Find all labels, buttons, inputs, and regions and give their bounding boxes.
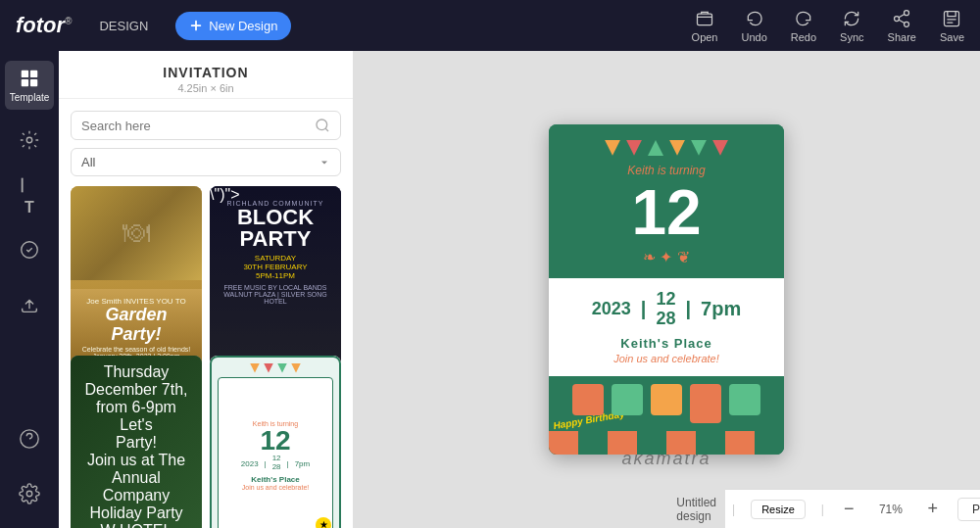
- sync-button[interactable]: Sync: [840, 9, 863, 43]
- stripe-bar: [549, 431, 784, 455]
- bunting-flag-6: [712, 140, 728, 156]
- text-icon: [19, 174, 40, 196]
- gift-4: [690, 384, 721, 423]
- zoom-level: 71%: [873, 503, 907, 516]
- sidebar-item-template[interactable]: Template: [5, 61, 54, 110]
- template-card-birthday-mini[interactable]: Keith is turning 12 2023| 1228 |7pm Keit…: [210, 356, 341, 529]
- resize-button[interactable]: Resize: [751, 500, 806, 519]
- sync-icon: [842, 9, 861, 28]
- icon-sidebar: Template T: [0, 51, 59, 528]
- birthday-ornament: ❧ ✦ ❦: [564, 248, 768, 266]
- bunting-flag-4: [669, 140, 685, 156]
- open-icon: [695, 9, 714, 28]
- svg-rect-5: [22, 71, 28, 77]
- birthday-date-row: 2023 | 12 28 | 7pm: [564, 290, 768, 329]
- share-button[interactable]: Share: [888, 9, 916, 43]
- redo-button[interactable]: Redo: [791, 9, 816, 43]
- sidebar-item-settings[interactable]: [5, 116, 54, 165]
- birthday-join: Join us and celebrate!: [564, 353, 768, 364]
- share-icon: [892, 9, 911, 28]
- gift-3: [651, 384, 682, 415]
- svg-point-14: [317, 120, 327, 130]
- bunting-flag-1: [605, 140, 620, 156]
- gift-2: [612, 384, 643, 415]
- gift-1: [572, 384, 604, 415]
- zoom-in-button[interactable]: +: [923, 499, 942, 519]
- svg-rect-7: [22, 79, 28, 86]
- svg-rect-6: [30, 71, 37, 77]
- template-card-garden[interactable]: 🍽 Joe Smith INVITES YOU TO Garden Party!…: [71, 186, 202, 373]
- svg-point-2: [895, 16, 900, 21]
- icon-sidebar-bottom: [5, 414, 54, 518]
- template-card-lets-party[interactable]: Thursday December 7th, from 6-9pm Let's …: [71, 356, 202, 529]
- template-panel: INVITATION 4.25in × 6in All 🍽: [59, 51, 353, 528]
- sidebar-item-text[interactable]: T: [5, 170, 54, 219]
- gear-icon: [19, 483, 40, 504]
- star-badge: ★: [316, 517, 331, 528]
- sidebar-item-effects[interactable]: [5, 225, 54, 274]
- bunting-flag-2: [626, 140, 642, 156]
- plus-icon: [189, 19, 203, 32]
- preview-button[interactable]: Preview: [957, 498, 980, 521]
- redo-icon: [794, 9, 813, 28]
- save-button[interactable]: Save: [940, 9, 964, 43]
- svg-rect-4: [945, 11, 959, 25]
- search-bar[interactable]: [71, 111, 341, 140]
- chevron-down-icon: [318, 157, 330, 168]
- design-name: Untitled design: [676, 496, 716, 523]
- design-menu-button[interactable]: DESIGN: [91, 13, 160, 39]
- search-input[interactable]: [81, 119, 307, 133]
- svg-point-3: [905, 22, 909, 26]
- zoom-out-button[interactable]: −: [840, 499, 858, 519]
- search-icon: [315, 118, 330, 133]
- template-panel-header: INVITATION 4.25in × 6in: [59, 51, 353, 99]
- sidebar-item-help[interactable]: [5, 414, 54, 463]
- svg-point-1: [905, 10, 909, 15]
- logo: fotor®: [16, 13, 72, 38]
- undo-icon: [745, 9, 764, 28]
- svg-point-9: [26, 137, 32, 143]
- gift-5: [729, 384, 760, 415]
- canvas-area[interactable]: Keith is turning 12 ❧ ✦ ❦ 2023 | 12 28 |…: [353, 51, 980, 528]
- help-icon: [19, 428, 40, 450]
- svg-rect-10: [22, 177, 24, 192]
- filter-dropdown[interactable]: All: [71, 148, 341, 176]
- birthday-turning-text: Keith is turning: [564, 164, 768, 177]
- template-panel-subtitle: 4.25in × 6in: [69, 82, 343, 94]
- birthday-card-design: Keith is turning 12 ❧ ✦ ❦ 2023 | 12 28 |…: [549, 124, 784, 456]
- upload-icon: [19, 294, 40, 315]
- birthday-number: 12: [564, 181, 768, 244]
- sidebar-item-upload[interactable]: [5, 280, 54, 329]
- effects-icon: [19, 239, 40, 261]
- svg-point-13: [26, 491, 32, 497]
- birthday-place: Keith's Place: [564, 336, 768, 351]
- toolbar-actions: Open Undo Redo Sync Share Save: [692, 9, 964, 43]
- top-bar: fotor® DESIGN New Design Open Undo Redo …: [0, 0, 980, 51]
- svg-rect-8: [30, 79, 37, 86]
- sidebar-item-gear[interactable]: [5, 469, 54, 518]
- open-button[interactable]: Open: [692, 9, 718, 43]
- bunting-flag-3: [648, 140, 663, 156]
- main-layout: Template T INVITATION 4.25in × 6in: [0, 51, 980, 528]
- template-grid: 🍽 Joe Smith INVITES YOU TO Garden Party!…: [59, 186, 353, 528]
- new-design-button[interactable]: New Design: [175, 12, 291, 40]
- save-icon: [942, 9, 961, 28]
- template-icon: [19, 68, 40, 89]
- template-card-block[interactable]: \")"> RICHLAND COMMUNITY BLOCK PARTY SAT…: [210, 186, 341, 373]
- svg-rect-0: [698, 14, 712, 25]
- bunting-flag-5: [691, 140, 707, 156]
- settings-icon: [19, 129, 40, 151]
- bottom-bar: Untitled design | Resize | − 71% + Previ…: [725, 489, 980, 528]
- gift-row: [549, 384, 784, 423]
- undo-button[interactable]: Undo: [742, 9, 767, 43]
- template-panel-title: INVITATION: [69, 65, 343, 80]
